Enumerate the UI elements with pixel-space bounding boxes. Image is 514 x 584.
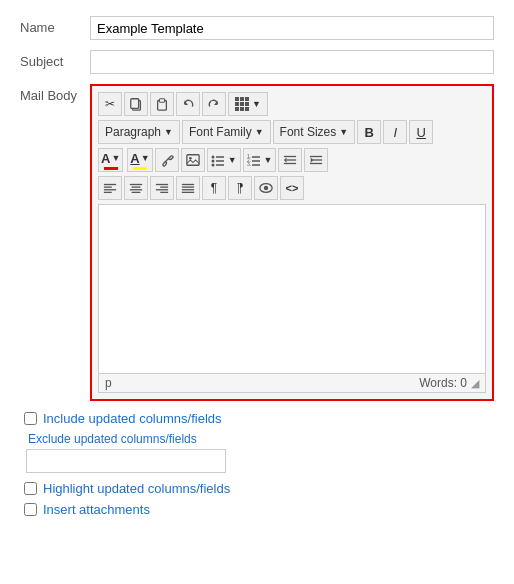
- checkboxes-section: Include updated columns/fields Exclude u…: [20, 411, 494, 517]
- link-button[interactable]: [155, 148, 179, 172]
- exclude-section: Exclude updated columns/fields: [26, 432, 494, 473]
- underline-button[interactable]: U: [409, 120, 433, 144]
- outdent-button[interactable]: [278, 148, 302, 172]
- svg-line-6: [165, 158, 169, 162]
- svg-point-46: [264, 186, 268, 190]
- editor-footer: p Words: 0 ◢: [98, 374, 486, 393]
- svg-point-13: [211, 164, 214, 167]
- bg-color-arrow: ▼: [141, 153, 150, 163]
- name-input[interactable]: [90, 16, 494, 40]
- highlight-label[interactable]: Highlight updated columns/fields: [43, 481, 230, 496]
- bg-color-button[interactable]: A ▼: [127, 148, 152, 172]
- subject-label: Subject: [20, 50, 90, 69]
- editor-body[interactable]: [98, 204, 486, 374]
- table-icon: [235, 97, 249, 111]
- name-label: Name: [20, 16, 90, 35]
- align-center-button[interactable]: [124, 176, 148, 200]
- svg-text:3.: 3.: [247, 161, 251, 167]
- font-family-dropdown[interactable]: Font Family ▼: [182, 120, 271, 144]
- exclude-input[interactable]: [26, 449, 226, 473]
- editor-container: ✂ ▼: [90, 84, 494, 401]
- highlight-row: Highlight updated columns/fields: [24, 481, 494, 496]
- ol-arrow: ▼: [264, 155, 273, 165]
- ol-button[interactable]: 1.2.3. ▼: [243, 148, 277, 172]
- toolbar-row-1: ✂ ▼: [98, 92, 486, 116]
- font-family-label: Font Family: [189, 125, 252, 139]
- resize-handle[interactable]: ◢: [471, 377, 479, 390]
- insert-checkbox[interactable]: [24, 503, 37, 516]
- svg-rect-7: [187, 155, 199, 166]
- subject-row: Subject: [20, 50, 494, 74]
- name-row: Name: [20, 16, 494, 40]
- exclude-label: Exclude updated columns/fields: [28, 432, 494, 446]
- bg-color-letter: A: [130, 151, 139, 166]
- mail-body-row: Mail Body ✂: [20, 84, 494, 401]
- undo-button[interactable]: [176, 92, 200, 116]
- toolbar-row-4: ¶ ¶ <>: [98, 176, 486, 200]
- redo-button[interactable]: [202, 92, 226, 116]
- svg-point-8: [189, 157, 192, 160]
- svg-point-9: [211, 156, 214, 159]
- indent-button[interactable]: [304, 148, 328, 172]
- include-checkbox[interactable]: [24, 412, 37, 425]
- image-button[interactable]: [181, 148, 205, 172]
- preview-button[interactable]: [254, 176, 278, 200]
- svg-marker-24: [284, 157, 287, 162]
- font-sizes-label: Font Sizes: [280, 125, 337, 139]
- insert-row: Insert attachments: [24, 502, 494, 517]
- ul-arrow: ▼: [228, 155, 237, 165]
- font-color-bar: [104, 167, 118, 170]
- align-left-button[interactable]: [98, 176, 122, 200]
- mail-body-label: Mail Body: [20, 84, 90, 103]
- ul-button[interactable]: ▼: [207, 148, 241, 172]
- paragraph-arrow: ▼: [164, 127, 173, 137]
- copy-button[interactable]: [124, 92, 148, 116]
- ltr-button[interactable]: ¶: [202, 176, 226, 200]
- toolbar-row-2: Paragraph ▼ Font Family ▼ Font Sizes ▼ B…: [98, 120, 486, 144]
- svg-point-11: [211, 160, 214, 163]
- font-sizes-arrow: ▼: [339, 127, 348, 137]
- table-arrow: ▼: [252, 99, 261, 109]
- bold-button[interactable]: B: [357, 120, 381, 144]
- font-sizes-dropdown[interactable]: Font Sizes ▼: [273, 120, 356, 144]
- paste-button[interactable]: [150, 92, 174, 116]
- align-right-button[interactable]: [150, 176, 174, 200]
- justify-button[interactable]: [176, 176, 200, 200]
- font-family-arrow: ▼: [255, 127, 264, 137]
- source-button[interactable]: <>: [280, 176, 304, 200]
- word-count: Words: 0: [419, 376, 467, 390]
- editor-tag: p: [105, 376, 112, 390]
- toolbar-row-3: A ▼ A ▼: [98, 148, 486, 172]
- font-color-button[interactable]: A ▼: [98, 148, 123, 172]
- paragraph-dropdown[interactable]: Paragraph ▼: [98, 120, 180, 144]
- rtl-button[interactable]: ¶: [228, 176, 252, 200]
- svg-rect-1: [131, 99, 139, 109]
- paragraph-label: Paragraph: [105, 125, 161, 139]
- svg-marker-28: [311, 157, 314, 162]
- insert-label[interactable]: Insert attachments: [43, 502, 150, 517]
- cut-button[interactable]: ✂: [98, 92, 122, 116]
- highlight-checkbox[interactable]: [24, 482, 37, 495]
- bg-color-bar: [133, 167, 147, 170]
- font-color-letter: A: [101, 151, 110, 166]
- subject-input[interactable]: [90, 50, 494, 74]
- include-row: Include updated columns/fields: [24, 411, 494, 426]
- svg-rect-3: [159, 99, 164, 103]
- italic-button[interactable]: I: [383, 120, 407, 144]
- table-button[interactable]: ▼: [228, 92, 268, 116]
- font-color-arrow: ▼: [111, 153, 120, 163]
- include-label[interactable]: Include updated columns/fields: [43, 411, 222, 426]
